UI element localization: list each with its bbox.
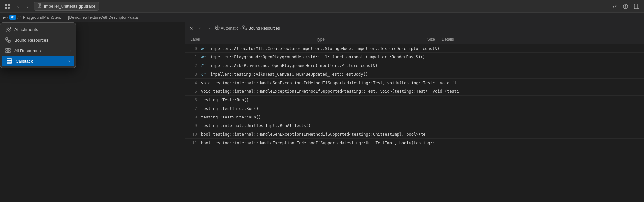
breadcrumb-path[interactable]: 4 PlaygroundMainStencil = [Devic...ewTex…: [20, 15, 138, 20]
table-row[interactable]: 1m⁺impeller::Playground::OpenPlaygroundH…: [185, 53, 644, 61]
svg-rect-3: [8, 7, 10, 9]
breadcrumb-bar: ▶ / ① / 4 PlaygroundMainStencil = [Devic…: [0, 13, 644, 22]
right-panel-header: ✕ ‹ › Automatic ›: [185, 22, 644, 34]
share-icon[interactable]: [621, 2, 630, 11]
row-number: 8: [190, 115, 197, 119]
callstack-icon: [6, 58, 12, 64]
table-row[interactable]: 5void testing::internal::HandleException…: [185, 87, 644, 96]
row-number: 1: [190, 55, 197, 59]
row-number: 7: [190, 106, 197, 111]
callstack-rows[interactable]: 0m⁺impeller::AllocatorMTL::CreateTexture…: [185, 44, 644, 202]
table-row[interactable]: 3C⁺impeller::testing::AiksTest_CanvasCTM…: [185, 70, 644, 79]
svg-rect-10: [634, 4, 639, 9]
table-row[interactable]: 4void testing::internal::HandleSehExcept…: [185, 79, 644, 87]
row-prefix: m⁺: [201, 55, 208, 59]
breadcrumb-badge: ①: [9, 15, 16, 20]
row-text: impeller::Playground::OpenPlaygroundHere…: [210, 55, 425, 59]
table-row[interactable]: 6testing::Test::Run(): [185, 96, 644, 104]
dropdown-menu: Attachments Bound Resources: [0, 22, 76, 68]
table-header: Label Type Size Details: [185, 34, 644, 44]
row-number: 9: [190, 123, 197, 128]
svg-rect-0: [5, 4, 7, 6]
all-resources-icon: [5, 48, 11, 53]
menu-label-bound-resources: Bound Resources: [14, 38, 48, 43]
svg-rect-22: [7, 62, 12, 63]
back-button[interactable]: ‹: [14, 2, 22, 10]
row-number: 6: [190, 98, 197, 102]
right-breadcrumb: Automatic › Bound Resources: [215, 25, 280, 31]
menu-item-bound-resources[interactable]: Bound Resources: [0, 35, 76, 45]
svg-rect-25: [243, 26, 244, 27]
row-number: 4: [190, 81, 197, 85]
right-icons: ⇄: [610, 2, 641, 11]
svg-rect-20: [7, 59, 12, 60]
row-text: bool testing::internal::HandleExceptions…: [201, 141, 435, 145]
svg-rect-2: [5, 7, 7, 9]
row-text: testing::TestSuite::Run(): [201, 115, 261, 119]
menu-item-callstack[interactable]: Callstack ›: [2, 56, 74, 66]
row-number: 10: [190, 132, 197, 137]
table-row[interactable]: 10bool testing::internal::HandleSehExcep…: [185, 130, 644, 139]
table-row[interactable]: 7testing::TestInfo::Run(): [185, 104, 644, 113]
svg-rect-17: [8, 48, 10, 50]
svg-rect-18: [6, 51, 8, 53]
row-prefix: C⁺: [201, 63, 208, 68]
row-text: void testing::internal::HandleExceptions…: [201, 89, 459, 94]
bound-resources-icon: [5, 37, 11, 43]
svg-rect-21: [7, 61, 12, 62]
menu-item-attachments[interactable]: Attachments: [0, 24, 76, 35]
row-text: testing::Test::Run(): [201, 98, 249, 102]
breadcrumb-home[interactable]: ▶: [3, 15, 6, 20]
table-row[interactable]: 0m⁺impeller::AllocatorMTL::CreateTexture…: [185, 44, 644, 53]
right-panel: ✕ ‹ › Automatic ›: [185, 22, 644, 202]
top-toolbar: ‹ › impeller_unittests.gputrace ⇄: [0, 0, 644, 13]
row-number: 5: [190, 89, 197, 94]
breadcrumb-right-current: Bound Resources: [248, 26, 280, 31]
row-number: 0: [190, 46, 197, 51]
row-text: bool testing::internal::HandleSehExcepti…: [201, 132, 425, 137]
attachments-icon: [5, 26, 11, 32]
svg-rect-19: [8, 51, 10, 53]
left-panel: Attachments Bound Resources: [0, 22, 185, 202]
table-row[interactable]: 8testing::TestSuite::Run(): [185, 113, 644, 121]
col-header-type: Type: [316, 37, 409, 42]
forward-button[interactable]: ›: [24, 2, 32, 10]
row-prefix: C⁺: [201, 72, 208, 77]
row-number: 11: [190, 141, 197, 145]
col-header-size: Size: [409, 37, 435, 42]
svg-rect-16: [6, 48, 8, 50]
row-text: testing::TestInfo::Run(): [201, 106, 258, 111]
row-number: 2: [190, 63, 197, 68]
row-text: void testing::internal::HandleSehExcepti…: [201, 81, 457, 85]
row-text: testing::internal::UnitTestImpl::RunAllT…: [201, 123, 311, 128]
table-row[interactable]: 9testing::internal::UnitTestImpl::RunAll…: [185, 121, 644, 130]
col-header-label: Label: [190, 37, 316, 42]
breadcrumb-right-parent[interactable]: Automatic: [221, 26, 238, 31]
grid-menu-button[interactable]: [3, 2, 12, 11]
svg-rect-1: [8, 4, 10, 6]
callstack-arrow: ›: [68, 59, 70, 64]
file-icon: [37, 3, 42, 9]
breadcrumb-right-icon: [215, 25, 220, 31]
file-tab[interactable]: impeller_unittests.gputrace: [34, 2, 99, 11]
row-number: 3: [190, 72, 197, 77]
main-area: Attachments Bound Resources: [0, 22, 644, 202]
menu-label-callstack: Callstack: [16, 59, 33, 64]
table-row[interactable]: 11bool testing::internal::HandleExceptio…: [185, 139, 644, 147]
swap-icon[interactable]: ⇄: [610, 2, 619, 11]
right-back-button[interactable]: ‹: [196, 25, 204, 32]
right-forward-button[interactable]: ›: [206, 25, 213, 32]
table-row[interactable]: 2C⁺impeller::AiksPlayground::OpenPlaygro…: [185, 61, 644, 70]
svg-rect-12: [6, 38, 8, 40]
sidebar-toggle-icon[interactable]: [632, 2, 641, 11]
menu-label-all-resources: All Resources: [14, 48, 41, 53]
close-button[interactable]: ✕: [188, 25, 194, 31]
row-text: impeller::testing::AiksTest_CanvasCTMCan…: [210, 72, 368, 77]
all-resources-arrow: ›: [70, 48, 71, 53]
row-text: impeller::AiksPlayground::OpenPlayground…: [210, 63, 378, 68]
breadcrumb-right-icon2: [242, 25, 247, 31]
row-text: impeller::AllocatorMTL::CreateTexture(im…: [210, 46, 440, 51]
menu-label-attachments: Attachments: [14, 27, 38, 32]
menu-item-all-resources[interactable]: All Resources ›: [0, 45, 76, 56]
file-tab-name: impeller_unittests.gputrace: [44, 4, 95, 9]
